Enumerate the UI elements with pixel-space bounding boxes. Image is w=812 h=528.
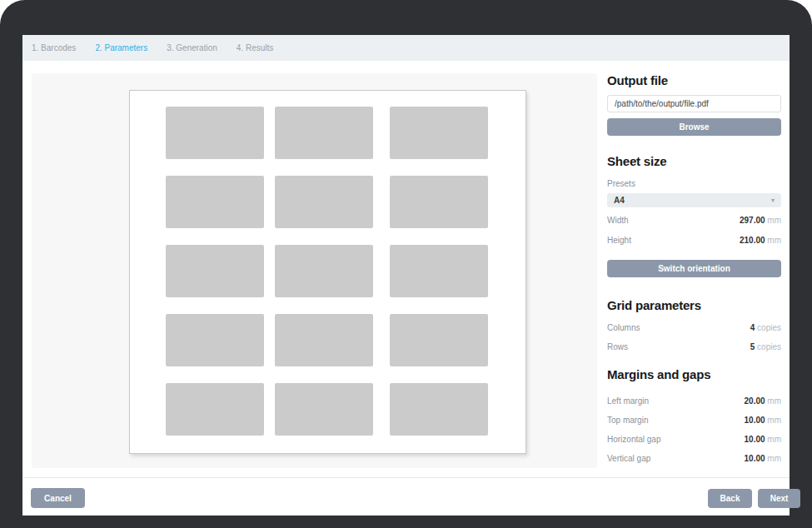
footer-divider: [22, 477, 790, 478]
left-margin-value[interactable]: 20.00: [745, 396, 765, 406]
rows-label: Rows: [607, 342, 628, 351]
top-margin-value[interactable]: 10.00: [745, 416, 765, 425]
barcode-placeholder: [275, 383, 373, 436]
presets-selected-value: A4: [614, 196, 625, 205]
left-margin-label: Left margin: [607, 396, 649, 406]
switch-orientation-button[interactable]: Switch orientation: [607, 260, 781, 277]
vertical-gap-unit: mm: [767, 454, 781, 463]
wizard-stepper: 1. Barcodes 2. Parameters 3. Generation …: [22, 35, 790, 61]
left-margin-row: Left margin 20.00 mm: [607, 396, 781, 406]
width-label: Width: [607, 216, 629, 225]
width-row: Width 297.00 mm: [607, 216, 781, 225]
step-generation[interactable]: 3. Generation: [167, 43, 217, 52]
vertical-gap-value[interactable]: 10.00: [745, 454, 765, 463]
settings-panel: Output file Browse Sheet size Presets A4…: [607, 73, 781, 468]
next-button[interactable]: Next: [758, 489, 800, 508]
rows-row: Rows 5 copies: [607, 342, 781, 351]
columns-value[interactable]: 4: [750, 323, 755, 332]
app-window: 1. Barcodes 2. Parameters 3. Generation …: [22, 35, 790, 516]
back-button[interactable]: Back: [708, 489, 752, 508]
step-barcodes[interactable]: 1. Barcodes: [32, 43, 76, 52]
height-label: Height: [607, 236, 631, 245]
cancel-button[interactable]: Cancel: [31, 488, 85, 508]
barcode-placeholder: [390, 176, 488, 228]
vertical-gap-row: Vertical gap 10.00 mm: [607, 454, 781, 463]
chevron-down-icon: ▾: [771, 197, 775, 204]
barcode-placeholder: [390, 245, 488, 297]
barcode-placeholder: [166, 314, 264, 366]
top-margin-label: Top margin: [607, 416, 648, 425]
vertical-gap-label: Vertical gap: [607, 454, 650, 463]
barcode-placeholder: [166, 107, 264, 159]
barcode-placeholder: [275, 176, 373, 228]
browse-button[interactable]: Browse: [607, 118, 781, 136]
width-value[interactable]: 297.00: [740, 216, 765, 225]
device-frame: 1. Barcodes 2. Parameters 3. Generation …: [0, 0, 812, 528]
width-unit: mm: [767, 216, 781, 225]
barcode-placeholder: [275, 245, 373, 297]
barcode-placeholder: [275, 107, 373, 159]
grid-parameters-heading: Grid parameters: [607, 298, 701, 312]
horizontal-gap-label: Horizontal gap: [607, 435, 660, 444]
step-parameters[interactable]: 2. Parameters: [95, 43, 147, 52]
barcode-placeholder: [166, 383, 264, 436]
rows-value[interactable]: 5: [750, 342, 755, 351]
columns-unit: copies: [757, 323, 781, 332]
rows-unit: copies: [757, 342, 781, 351]
top-margin-unit: mm: [767, 416, 781, 425]
barcode-placeholder: [166, 176, 264, 228]
presets-select[interactable]: A4 ▾: [607, 193, 781, 207]
barcode-placeholder: [390, 314, 488, 366]
columns-label: Columns: [607, 323, 640, 332]
height-row: Height 210.00 mm: [607, 236, 781, 245]
output-file-heading: Output file: [607, 73, 668, 87]
sheet-preview: [129, 90, 526, 454]
columns-row: Columns 4 copies: [607, 323, 781, 332]
left-margin-unit: mm: [767, 396, 781, 406]
barcode-placeholder: [166, 245, 264, 297]
horizontal-gap-row: Horizontal gap 10.00 mm: [607, 435, 781, 444]
barcode-placeholder: [390, 383, 488, 436]
top-margin-row: Top margin 10.00 mm: [607, 416, 781, 425]
barcode-placeholder: [390, 107, 488, 159]
step-results[interactable]: 4. Results: [237, 43, 273, 52]
height-value[interactable]: 210.00: [740, 236, 765, 245]
presets-label: Presets: [607, 179, 635, 188]
output-path-input[interactable]: [607, 95, 781, 112]
barcode-placeholder: [275, 314, 373, 366]
sheet-preview-area: [32, 73, 597, 468]
margins-gaps-heading: Margins and gaps: [607, 367, 710, 381]
height-unit: mm: [767, 236, 781, 245]
horizontal-gap-value[interactable]: 10.00: [745, 435, 765, 444]
sheet-size-heading: Sheet size: [607, 154, 666, 168]
horizontal-gap-unit: mm: [767, 435, 781, 444]
